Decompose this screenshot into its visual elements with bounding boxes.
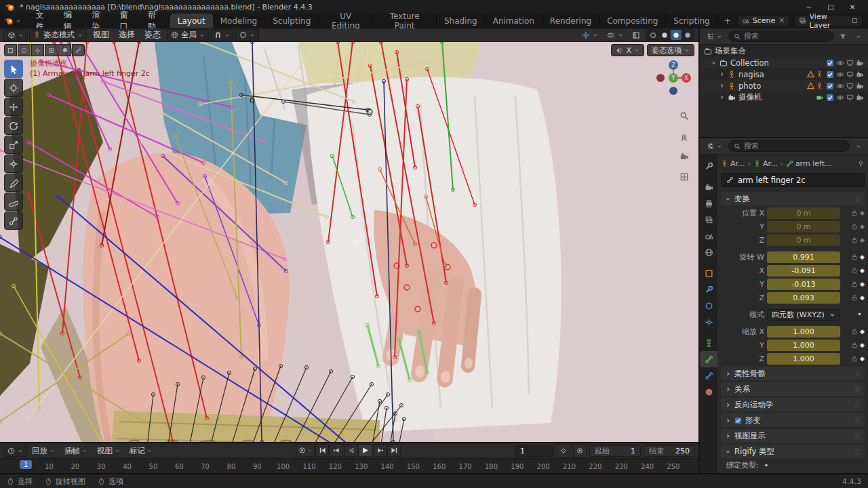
insert-keyframe-button[interactable] — [573, 445, 587, 458]
keyframe-diamond-icon[interactable]: ◆ — [860, 281, 865, 287]
outliner-row-collection[interactable]: Collection — [700, 57, 868, 68]
xray-toggle[interactable] — [629, 29, 644, 41]
navigation-gizmo[interactable]: Z Y X — [654, 58, 693, 98]
breadcrumb-item[interactable]: arm left... — [795, 159, 832, 168]
zoom-button[interactable] — [677, 108, 692, 123]
keyframe-diamond-icon[interactable]: ◆ — [860, 224, 865, 230]
tab-output[interactable] — [700, 195, 717, 211]
animate-dot[interactable]: • — [843, 310, 865, 319]
close-button[interactable]: ✕ — [842, 1, 863, 13]
menu-item[interactable]: 编辑 — [54, 14, 81, 28]
snap-toggle[interactable] — [210, 29, 234, 41]
tab-tool[interactable] — [700, 158, 717, 174]
rotation-y-field[interactable]: -0.013 — [767, 279, 840, 290]
viewport-toggle-button[interactable] — [45, 44, 58, 56]
jump-to-end-button[interactable] — [387, 444, 401, 457]
tab-render[interactable] — [700, 179, 717, 195]
proportional-edit-toggle[interactable] — [235, 29, 259, 41]
auto-keyframe-toggle[interactable] — [296, 444, 315, 457]
tab-object-constraints[interactable] — [700, 314, 717, 330]
tab-scene[interactable] — [700, 228, 717, 244]
workspace-tab-layout[interactable]: Layout — [170, 14, 213, 28]
annotate-tool[interactable] — [4, 174, 23, 192]
toggle-perspective-button[interactable] — [677, 169, 692, 184]
location-y-field[interactable]: 0 m — [767, 221, 840, 232]
workspace-tab-texture-paint[interactable]: Texture Paint — [373, 14, 437, 28]
properties-editor-type-button[interactable] — [703, 140, 726, 152]
workspace-tab-shading[interactable]: Shading — [437, 14, 486, 28]
viewport-toggle-button[interactable] — [4, 44, 17, 56]
viewport-toggle-button[interactable] — [72, 44, 85, 56]
rotate-tool[interactable] — [4, 117, 23, 135]
outliner-row-scene-collection[interactable]: 场景集合 — [700, 45, 868, 57]
mirror-x-toggle[interactable]: X — [611, 44, 644, 56]
workspace-tab-modeling[interactable]: Modeling — [213, 14, 266, 28]
keyframe-diamond-icon[interactable]: ◆ — [860, 268, 865, 274]
panel-transform[interactable]: 变换 — [721, 192, 865, 205]
breadcrumb-item[interactable]: Ar... — [763, 159, 778, 168]
camera-view-button[interactable] — [677, 149, 692, 164]
transform-orientation-selector[interactable]: 全局 — [167, 29, 209, 41]
current-frame-field[interactable]: 1 — [515, 445, 554, 457]
tab-view-layer[interactable] — [700, 211, 717, 228]
panel-inverse-kinematics[interactable]: 反向运动学 — [721, 398, 865, 411]
timeline-menu-item[interactable]: 回放 — [27, 446, 60, 456]
shading-wireframe-button[interactable] — [648, 30, 658, 40]
keying-set-button[interactable] — [557, 445, 570, 458]
app-menu-button[interactable] — [0, 14, 26, 28]
bone-name-field[interactable]: arm left finger 2c — [721, 173, 865, 187]
properties-options-button[interactable] — [852, 140, 865, 152]
outliner-row-photo[interactable]: photo — [700, 80, 868, 92]
play-reverse-button[interactable] — [344, 444, 357, 457]
outliner-editor-type-button[interactable] — [703, 30, 726, 43]
workspace-tab-sculpting[interactable]: Sculpting — [265, 14, 319, 28]
keyframe-diamond-icon[interactable]: ◆ — [860, 329, 865, 335]
frame-start-field[interactable]: 起始1 — [589, 445, 641, 457]
previous-keyframe-button[interactable] — [330, 444, 343, 457]
workspace-tab-uv-editing[interactable]: UV Editing — [319, 14, 373, 28]
measure-tool[interactable] — [4, 192, 23, 211]
workspace-tab-rendering[interactable]: Rendering — [542, 14, 599, 28]
viewport-render[interactable] — [0, 42, 698, 442]
keyframe-diamond-icon[interactable]: ◆ — [860, 210, 865, 216]
add-workspace-button[interactable]: + — [718, 14, 737, 28]
timeline-editor-type-button[interactable] — [3, 445, 27, 457]
panel-viewport-display[interactable]: 视图显示 — [721, 429, 865, 443]
shading-rendered-button[interactable] — [682, 30, 693, 40]
menu-item[interactable]: 窗口 — [110, 14, 138, 28]
playhead[interactable]: 1 — [20, 460, 32, 469]
tab-modifiers[interactable] — [700, 281, 717, 298]
visibility-toggles[interactable] — [826, 82, 865, 90]
visibility-toggles[interactable] — [826, 70, 865, 79]
frame-end-field[interactable]: 结束250 — [644, 445, 695, 457]
scale-y-field[interactable]: 1.000 — [767, 340, 840, 351]
workspace-tab-scripting[interactable]: Scripting — [666, 14, 717, 28]
tab-bone-constraints[interactable] — [700, 367, 717, 384]
outliner-search-input[interactable]: 搜索 — [728, 30, 833, 42]
outliner-filter-button[interactable] — [836, 30, 850, 43]
menu-item[interactable]: 渲染 — [82, 14, 110, 28]
rigify-type-field[interactable]: • — [764, 461, 769, 470]
timeline-menu-item[interactable]: 插帧 — [60, 446, 92, 456]
scene-selector[interactable]: Scene ✕ — [737, 15, 790, 26]
tab-material[interactable] — [700, 384, 717, 400]
timeline-menu-item[interactable]: 标记 — [125, 446, 157, 456]
next-keyframe-button[interactable] — [373, 444, 387, 457]
pin-icon[interactable] — [857, 160, 865, 167]
keyframe-diamond-icon[interactable]: ◆ — [860, 356, 865, 362]
panel-relations[interactable]: 关系 — [721, 382, 865, 396]
location-z-field[interactable]: 0 m — [767, 235, 840, 246]
scale-tool[interactable] — [4, 136, 23, 154]
keyframe-diamond-icon[interactable]: ◆ — [860, 295, 865, 301]
panel-bendy-bones[interactable]: 柔性骨骼 — [721, 367, 865, 380]
pan-button[interactable] — [677, 129, 692, 144]
rotation-w-field[interactable]: 0.991 — [767, 251, 840, 263]
outliner-row-camera[interactable]: 摄像机 — [700, 92, 868, 103]
view-layer-selector[interactable]: View Layer — [794, 15, 863, 26]
viewport-menu-item[interactable]: 姿态 — [140, 29, 165, 41]
menu-item[interactable]: 帮助 — [138, 14, 165, 28]
keyframe-diamond-icon[interactable]: ◆ — [860, 342, 865, 348]
keyframe-diamond-icon[interactable]: ◆ — [860, 237, 865, 243]
tab-physics[interactable] — [700, 298, 717, 314]
viewport-toggle-button[interactable] — [31, 44, 44, 56]
